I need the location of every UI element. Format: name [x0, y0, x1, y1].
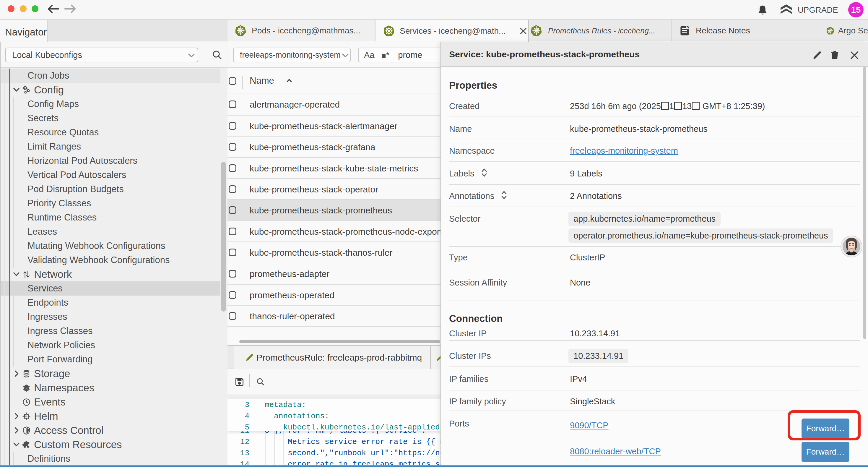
svg-text:HELM: HELM — [23, 415, 29, 418]
